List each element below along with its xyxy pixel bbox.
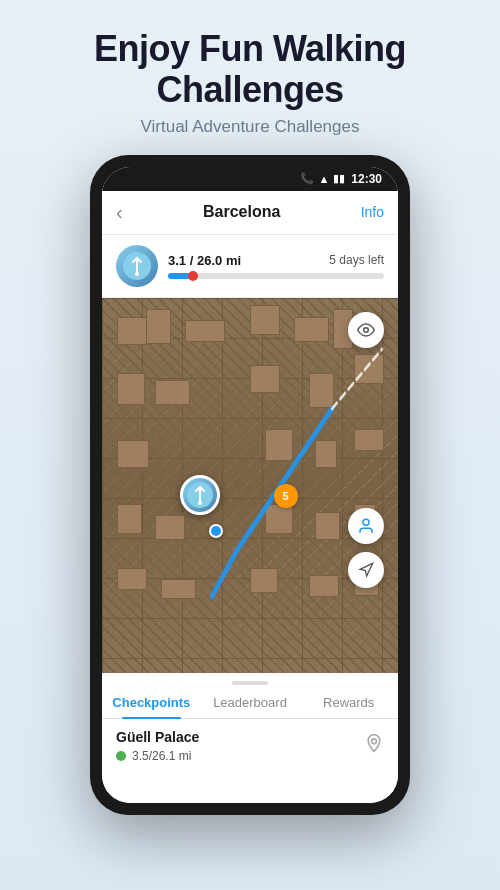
- checkpoint-left: Güell Palace 3.5/26.1 mi: [116, 729, 364, 763]
- progress-area: 3.1 / 26.0 mi 5 days left: [102, 235, 398, 298]
- svg-point-1: [135, 272, 139, 276]
- svg-point-3: [198, 501, 202, 505]
- checkpoint-name: Güell Palace: [116, 729, 364, 745]
- drag-handle-bar: [232, 681, 268, 685]
- call-icon: 📞: [300, 172, 314, 185]
- distance-text: 3.1 / 26.0 mi: [168, 253, 241, 268]
- page-title: Barcelona: [203, 203, 280, 221]
- progress-info: 3.1 / 26.0 mi 5 days left: [168, 253, 384, 279]
- distance-row: 3.1 / 26.0 mi 5 days left: [168, 253, 384, 268]
- app-navbar: ‹ Barcelona Info: [102, 191, 398, 235]
- days-left: 5 days left: [329, 253, 384, 268]
- map-area[interactable]: 5: [102, 298, 398, 673]
- challenge-avatar: [116, 245, 158, 287]
- user-location-dot: [209, 524, 223, 538]
- wifi-icon: ▲: [318, 173, 329, 185]
- drag-handle: [102, 673, 398, 685]
- navigate-button[interactable]: [348, 552, 384, 588]
- svg-point-4: [364, 328, 369, 333]
- checkpoint-item: Güell Palace 3.5/26.1 mi: [102, 719, 398, 773]
- location-icon[interactable]: [364, 733, 384, 758]
- green-dot: [116, 751, 126, 761]
- tab-checkpoints[interactable]: Checkpoints: [102, 687, 201, 718]
- checkpoint-dist-text: 3.5/26.1 mi: [132, 749, 191, 763]
- progress-bar: [168, 273, 384, 279]
- tab-leaderboard[interactable]: Leaderboard: [201, 687, 300, 718]
- tabs: Checkpoints Leaderboard Rewards: [102, 687, 398, 719]
- svg-point-7: [372, 739, 377, 744]
- phone-screen: 📞 ▲ ▮▮ 12:30 ‹ Barcelona Info: [102, 167, 398, 803]
- subtitle: Virtual Adventure Challenges: [94, 117, 406, 137]
- route-svg: [102, 298, 398, 673]
- progress-fill: [168, 273, 194, 279]
- svg-point-5: [363, 519, 369, 525]
- svg-marker-6: [360, 563, 373, 576]
- status-bar: 📞 ▲ ▮▮ 12:30: [102, 167, 398, 191]
- back-button[interactable]: ‹: [116, 201, 123, 224]
- clock: 12:30: [351, 172, 382, 186]
- header-section: Enjoy Fun Walking Challenges Virtual Adv…: [64, 0, 436, 147]
- status-icons: 📞 ▲ ▮▮ 12:30: [300, 172, 382, 186]
- tab-rewards[interactable]: Rewards: [299, 687, 398, 718]
- main-heading: Enjoy Fun Walking Challenges: [94, 28, 406, 111]
- person-button[interactable]: [348, 508, 384, 544]
- eye-button[interactable]: [348, 312, 384, 348]
- phone-frame: 📞 ▲ ▮▮ 12:30 ‹ Barcelona Info: [90, 155, 410, 815]
- info-button[interactable]: Info: [361, 204, 384, 220]
- user-avatar-map: [180, 475, 220, 515]
- battery-icon: ▮▮: [333, 172, 345, 185]
- checkpoint-dist-row: 3.5/26.1 mi: [116, 749, 364, 763]
- bottom-panel: Checkpoints Leaderboard Rewards Güell Pa…: [102, 673, 398, 803]
- checkpoint-badge: 5: [274, 484, 298, 508]
